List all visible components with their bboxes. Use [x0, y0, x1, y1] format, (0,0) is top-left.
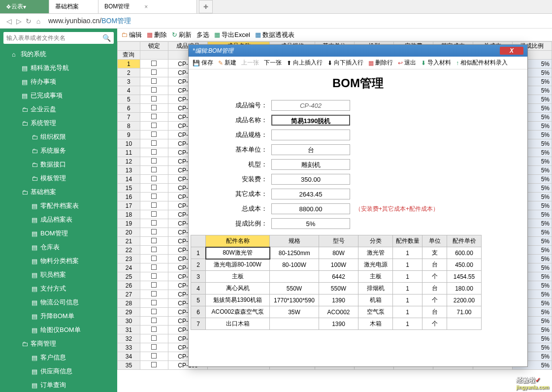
name-field[interactable]: 简易1390脱机 [271, 115, 350, 126]
import-button[interactable]: ⬇导入材料 [421, 59, 451, 67]
similar-button[interactable]: ↑相似配件材料录入 [456, 59, 508, 67]
dialog-close-button[interactable]: X [500, 47, 523, 55]
exit-button[interactable]: ↩退出 [398, 59, 416, 67]
sidebar-item[interactable]: ▤订单查询 [0, 378, 117, 392]
sidebar-item[interactable]: ▤已完成事项 [0, 89, 117, 102]
prev-button: 上一张 [241, 59, 259, 67]
sidebar-item[interactable]: ▤BOM管理 [0, 227, 117, 240]
save-button[interactable]: 💾保存 [193, 59, 213, 67]
import-icon: ⬇ [421, 60, 426, 66]
add-tab[interactable]: ✚ [199, 0, 213, 13]
sidebar-item[interactable]: 🗀客商管理 [0, 337, 117, 351]
nav-tree: ⌂我的系统▤精科激光导航▤待办事项▤已完成事项🗀企业云盘🗀系统管理🗀组织权限🗀系… [0, 47, 117, 392]
sidebar-item[interactable]: ▤升降BOM单 [0, 309, 117, 323]
toolbar: 🗀编辑 ▦删除 ↻刷新 多选 ▦导出Excel ▦数据透视表 [117, 29, 552, 41]
pivot-button[interactable]: ▦数据透视表 [255, 31, 294, 39]
sidebar: 🔍 ⌂我的系统▤精科激光导航▤待办事项▤已完成事项🗀企业云盘🗀系统管理🗀组织权限… [0, 29, 117, 392]
excel-icon: ▦ [214, 31, 220, 38]
reload-icon[interactable]: ↻ [24, 17, 33, 25]
back-icon[interactable]: ◁ [4, 17, 14, 25]
spec-field[interactable] [271, 130, 350, 140]
url-text: www.iyunbiao.cn/BOM管理 [48, 17, 131, 26]
insert-up-button[interactable]: ⬆向上插入行 [287, 59, 323, 67]
edit-dialog: *编辑:BOM管理 X 💾保存 ✎新建 上一张 下一张 ⬆向上插入行 ⬇向下插入… [188, 44, 528, 367]
delete-button[interactable]: ▦删除 [147, 31, 167, 39]
sidebar-item[interactable]: 🗀基础档案 [0, 185, 117, 199]
code-field[interactable]: CP-402 [271, 100, 350, 111]
save-icon: 💾 [193, 60, 200, 66]
search-icon[interactable]: 🔍 [102, 34, 111, 42]
parts-row[interactable]: 180W激光管80-1250mm80W激光管1支600.00 [191, 247, 482, 259]
sidebar-item[interactable]: ⌂我的系统 [0, 47, 117, 61]
new-icon: ✎ [218, 60, 223, 66]
model-field[interactable]: 雕刻机 [271, 159, 350, 170]
exit-icon: ↩ [398, 60, 403, 66]
watermark: 经验啦✓ jingyanla.com [516, 376, 549, 390]
pivot-icon: ▦ [255, 31, 261, 38]
sidebar-item[interactable]: 🗀系统服务 [0, 144, 117, 158]
sidebar-item[interactable]: 🗀模板管理 [0, 171, 117, 185]
sidebar-item[interactable]: ▤支付方式 [0, 282, 117, 295]
dialog-heading: BOM管理 [189, 75, 527, 91]
app-tab[interactable]: ❖ 云表 ▾ [0, 0, 49, 13]
dialog-title: *编辑:BOM管理 [193, 47, 233, 55]
unit-field[interactable]: 台 [271, 144, 350, 155]
total-note: （安装费+其它成本+配件成本） [355, 205, 439, 213]
edit-button[interactable]: 🗀编辑 [121, 31, 142, 39]
up-icon: ↑ [456, 60, 459, 66]
install-field[interactable]: 350.00 [271, 174, 350, 185]
refresh-icon: ↻ [172, 31, 177, 38]
dialog-title-bar[interactable]: *编辑:BOM管理 X [189, 45, 527, 57]
sidebar-item[interactable]: 🗀企业云盘 [0, 102, 117, 116]
sidebar-item[interactable]: 🗀系统管理 [0, 116, 117, 130]
other-field[interactable]: 2643.45 [271, 189, 350, 199]
insert-down-button[interactable]: ⬇向下插入行 [327, 59, 363, 67]
sidebar-item[interactable]: ▤成品档案表 [0, 213, 117, 227]
parts-row[interactable]: 6ACO002森森空气泵35WACO002空气泵1台71.00 [191, 306, 482, 318]
delete-row-button[interactable]: ▦删除行 [368, 59, 393, 67]
export-button[interactable]: ▦导出Excel [214, 31, 250, 39]
sidebar-item[interactable]: ▤待办事项 [0, 75, 117, 89]
parts-row[interactable]: 7出口木箱1390木箱1个 [191, 318, 482, 330]
sidebar-item[interactable]: 🗀数据接口 [0, 158, 117, 171]
address-bar: ◁ ▷ ↻ ⌂ www.iyunbiao.cn/BOM管理 [0, 14, 552, 29]
delrow-icon: ▦ [368, 60, 374, 66]
home-icon[interactable]: ⌂ [33, 17, 43, 25]
refresh-button[interactable]: ↻刷新 [172, 31, 192, 39]
tab-bom[interactable]: BOM管理× [98, 0, 197, 13]
sidebar-item[interactable]: ▤供应商信息 [0, 364, 117, 378]
multi-button[interactable]: 多选 [196, 31, 209, 39]
sidebar-item[interactable]: ▤绘图仪BOM单 [0, 323, 117, 337]
total-field[interactable]: 8800.00 [271, 203, 350, 214]
search-box: 🔍 [3, 32, 114, 44]
parts-row[interactable]: 2激光电源80-100W80-100W100W激光电源1台450.00 [191, 259, 482, 271]
close-icon[interactable]: × [144, 3, 148, 10]
insert-up-icon: ⬆ [287, 60, 292, 66]
sidebar-item[interactable]: 🗀组织权限 [0, 130, 117, 144]
sidebar-item[interactable]: ▤物流公司信息 [0, 295, 117, 309]
parts-grid[interactable]: 配件名称 规格 型号 分类 配件数量 单位 配件单价 180W激光管80-125… [191, 235, 482, 330]
sidebar-item[interactable]: ▤精科激光导航 [0, 61, 117, 75]
dialog-toolbar: 💾保存 ✎新建 上一张 下一张 ⬆向上插入行 ⬇向下插入行 ▦删除行 ↩退出 ⬇… [189, 57, 527, 69]
sidebar-item[interactable]: ▤零配件档案表 [0, 199, 117, 213]
tab-basic[interactable]: 基础档案 [49, 0, 98, 13]
sidebar-item[interactable]: ▤物料分类档案 [0, 254, 117, 268]
new-button[interactable]: ✎新建 [218, 59, 236, 67]
parts-row[interactable]: 5魁拔简易1390机箱1770*1300*5901390机箱1个2200.00 [191, 294, 482, 306]
parts-row[interactable]: 4离心风机550W550W排烟机1台180.00 [191, 283, 482, 294]
ratio-field[interactable]: 5% [271, 218, 350, 229]
grid-icon: ▦ [147, 31, 153, 38]
parts-row[interactable]: 3主板6442主板1个1454.55 [191, 271, 482, 283]
sidebar-item[interactable]: ▤客户信息 [0, 351, 117, 364]
folder-icon: 🗀 [121, 31, 128, 38]
fwd-icon[interactable]: ▷ [14, 17, 24, 25]
tabs-bar: ❖ 云表 ▾ 基础档案 BOM管理× ✚ [0, 0, 552, 14]
content: 🗀编辑 ▦删除 ↻刷新 多选 ▦导出Excel ▦数据透视表 锁定 成品编号 成… [117, 29, 552, 392]
next-button[interactable]: 下一张 [264, 59, 282, 67]
sidebar-item[interactable]: ▤职员档案 [0, 268, 117, 282]
search-input[interactable] [6, 34, 102, 41]
sidebar-item[interactable]: ▤仓库表 [0, 240, 117, 254]
insert-down-icon: ⬇ [327, 60, 332, 66]
